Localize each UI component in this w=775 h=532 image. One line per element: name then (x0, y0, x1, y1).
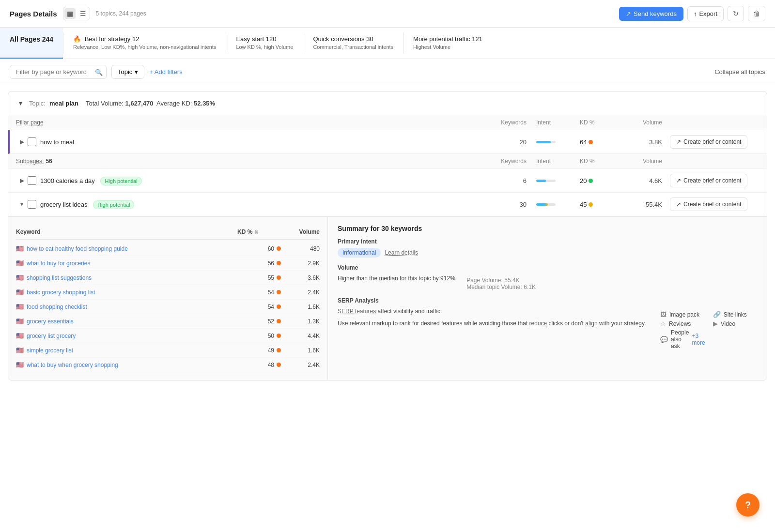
export-label: Export (699, 10, 717, 17)
help-fab[interactable]: ? (736, 493, 760, 517)
subpage-row-1: ▶ 1300 calories a day High potential 6 2… (8, 169, 767, 193)
subpage1-create-btn[interactable]: ↗ Create brief or content (670, 174, 747, 187)
pillar-checkbox[interactable] (28, 137, 36, 146)
tab-quick-conversions[interactable]: Quick conversions 30 Commercial, Transac… (303, 28, 403, 59)
tab-all-pages[interactable]: All Pages 244 (0, 28, 63, 59)
subpage2-checkbox[interactable] (28, 200, 36, 209)
kd-dot-green (589, 179, 593, 183)
flag-icon-2: 🇺🇸 (16, 274, 24, 281)
collapse-all-button[interactable]: Collapse all topics (714, 68, 765, 76)
keyword-link-5[interactable]: grocery essentials (27, 318, 260, 325)
volume-text: Higher than the median for this topic by… (338, 274, 457, 283)
kd-value: 45 (580, 201, 587, 208)
create-label: Create brief or content (683, 201, 741, 208)
subpage1-intent (527, 180, 580, 182)
grid-view-btn[interactable]: ▦ (64, 8, 76, 19)
tab-more-traffic[interactable]: More potential traffic 121 Highest Volum… (403, 28, 492, 59)
kd-value: 20 (580, 177, 587, 184)
keyword-link-7[interactable]: simple grocery list (27, 347, 260, 354)
tab-best-strategy[interactable]: 🔥 Best for strategy 12 Relevance, Low KD… (63, 28, 226, 59)
flag-icon-3: 🇺🇸 (16, 289, 24, 296)
vol-0: 480 (281, 245, 320, 252)
send-keywords-button[interactable]: ↗ Send keywords (619, 7, 683, 21)
subpage-row-2: ▾ grocery list ideas High potential 30 4… (8, 193, 767, 216)
flag-icon-1: 🇺🇸 (16, 259, 24, 267)
kw-row-5: 🇺🇸 grocery essentials 52 1.3K (16, 314, 320, 329)
export-button[interactable]: ↑ Export (687, 6, 724, 21)
high-potential-badge-2: High potential (93, 200, 134, 209)
list-view-btn[interactable]: ☰ (78, 8, 89, 19)
sort-icon[interactable]: ⇅ (254, 229, 258, 235)
keyword-rows: 🇺🇸 how to eat healthy food shopping guid… (16, 242, 320, 372)
pillar-page-row: ▶ how to meal 20 64 3.8K ↗ Create brief … (8, 130, 767, 154)
sub-col-intent: Intent (527, 158, 580, 165)
kd-val-0: 60 (260, 245, 274, 252)
keyword-link-0[interactable]: how to eat healthy food shopping guide (27, 245, 260, 252)
subpage2-expand-btn[interactable]: ▾ (16, 200, 28, 209)
search-icon: 🔍 (95, 68, 103, 76)
learn-details-link[interactable]: Learn details (385, 249, 418, 256)
keyword-link-8[interactable]: what to buy when grocery shopping (27, 362, 260, 368)
refresh-button[interactable]: ↻ (728, 6, 744, 21)
high-potential-badge: High potential (100, 177, 141, 185)
primary-intent-section: Primary intent Informational Learn detai… (338, 238, 757, 258)
kw-row-8: 🇺🇸 what to buy when grocery shopping 48 … (16, 358, 320, 372)
volume-label: Volume (338, 264, 757, 271)
pillar-expand-btn[interactable]: ▶ (16, 137, 28, 146)
col-volume-header: Volume (619, 119, 662, 126)
view-toggle: ▦ ☰ (63, 7, 90, 20)
kw-row-7: 🇺🇸 simple grocery list 49 1.6K (16, 343, 320, 358)
topic-label: Topic: (29, 100, 46, 107)
pillar-create-btn[interactable]: ↗ Create brief or content (670, 135, 747, 149)
vol-3: 2.4K (281, 289, 320, 296)
subpage2-create-btn[interactable]: ↗ Create brief or content (670, 198, 747, 211)
search-input[interactable] (10, 65, 107, 79)
kw-row-2: 🇺🇸 shopping list suggestions 55 3.6K (16, 271, 320, 285)
keyword-link-3[interactable]: basic grocery shopping list (27, 289, 260, 296)
keyword-link-2[interactable]: shopping list suggestions (27, 274, 260, 281)
kd-dot-yellow (589, 202, 593, 207)
pillar-page-header: Pillar page Keywords Intent KD % Volume (8, 115, 767, 130)
keyword-link-4[interactable]: food shopping checklist (27, 304, 260, 310)
summary-title: Summary for 30 keywords (338, 225, 757, 232)
tab-easy-start[interactable]: Easy start 120 Low KD %, high Volume (226, 28, 303, 59)
topic-collapse-btn[interactable]: ▾ (16, 98, 25, 108)
kd-val-8: 48 (260, 362, 274, 368)
tab-count: 121 (472, 35, 482, 43)
volume-section: Volume Higher than the median for this t… (338, 264, 757, 290)
serp-features-link[interactable]: SERP features (338, 308, 376, 315)
subpage1-checkbox[interactable] (28, 176, 36, 185)
subpage1-volume: 4.6K (619, 177, 662, 184)
flag-icon-6: 🇺🇸 (16, 332, 24, 339)
chevron-down-icon: ▾ (135, 68, 138, 76)
subpage2-intent (527, 203, 580, 206)
tab-label: More potential traffic (413, 35, 470, 43)
topic-header: ▾ Topic: meal plan Total Volume: 1,627,4… (8, 91, 767, 115)
keyword-link-1[interactable]: what to buy for groceries (27, 260, 260, 267)
vol-2: 3.6K (281, 274, 320, 281)
subpage1-kd: 20 (580, 177, 619, 184)
primary-intent-label: Primary intent (338, 238, 757, 245)
topic-filter-button[interactable]: Topic ▾ (111, 65, 144, 79)
keyword-link-6[interactable]: grocery list grocery (27, 333, 260, 339)
subpages-label: Subpages: (16, 158, 44, 165)
serp-feature-site-links: 🔗 Site links (713, 311, 757, 318)
tab-label: Quick conversions (313, 35, 364, 43)
kd-val-7: 49 (260, 347, 274, 354)
serp-text: SERP features affect visibility and traf… (338, 307, 651, 316)
pillar-page-label: Pillar page (16, 119, 483, 126)
delete-button[interactable]: 🗑 (748, 6, 765, 21)
flag-icon-7: 🇺🇸 (16, 347, 24, 354)
vol-6: 4.4K (281, 333, 320, 339)
summary-panel: Summary for 30 keywords Primary intent I… (328, 217, 767, 380)
export-icon: ↑ (694, 10, 697, 17)
create-label: Create brief or content (683, 177, 741, 184)
add-filters-button[interactable]: + Add filters (149, 68, 182, 76)
vol-4: 1.6K (281, 304, 320, 310)
more-features-link[interactable]: +3 more (692, 333, 705, 346)
kd-dot-5 (277, 319, 281, 323)
kw-row-3: 🇺🇸 basic grocery shopping list 54 2.4K (16, 285, 320, 300)
subpage1-expand-btn[interactable]: ▶ (16, 176, 28, 185)
sub-col-volume: Volume (619, 158, 662, 165)
kw-row-4: 🇺🇸 food shopping checklist 54 1.6K (16, 300, 320, 314)
